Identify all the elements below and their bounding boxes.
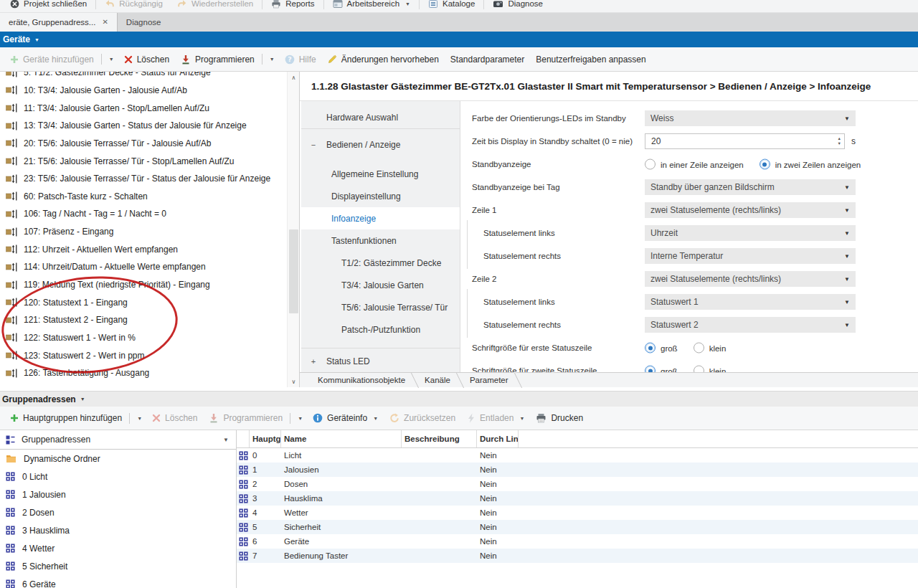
param-dropdown[interactable]: Statuswert 1▼	[645, 294, 856, 310]
group-address-item[interactable]: 0 Licht	[0, 468, 236, 485]
reports-button[interactable]: Reports	[264, 0, 321, 13]
comm-object-item[interactable]: 123: Statuswert 2 - Wert in ppm	[0, 346, 287, 364]
geräteinfo-button[interactable]: Geräteinfo▼	[307, 409, 384, 427]
expander-icon[interactable]: −	[309, 141, 318, 149]
comm-object-item[interactable]: 112: Uhrzeit - Aktuellen Wert empfangen	[0, 240, 287, 258]
table-row[interactable]: 7Bedienung TasterNein	[237, 549, 918, 563]
entladen-button[interactable]: Entladen▼	[461, 409, 530, 427]
radio-option[interactable]: in einer Zeile anzeigen	[645, 159, 744, 170]
radio-option[interactable]: klein	[694, 343, 727, 354]
comm-object-item[interactable]: 60: Patsch-Taste kurz - Schalten	[0, 187, 287, 205]
bottom-tab-parameter[interactable]: Parameter	[460, 376, 518, 384]
comm-object-item[interactable]: 126: Tastenbetätigung - Ausgang	[0, 364, 287, 382]
hilfe-button[interactable]: ?Hilfe	[279, 50, 322, 69]
group-address-item[interactable]: 6 Geräte	[0, 575, 236, 588]
group-address-item[interactable]: 5 Sicherheit	[0, 557, 236, 575]
table-header-beschreibung[interactable]: Beschreibung	[402, 430, 477, 447]
table-row[interactable]: 3HausklimaNein	[237, 491, 918, 506]
radio-circle[interactable]	[760, 159, 770, 170]
radio-circle[interactable]	[694, 343, 704, 354]
table-row[interactable]: 5SicherheitNein	[237, 520, 918, 534]
group-address-item[interactable]: 4 Wetter	[0, 539, 236, 557]
änderungen-hervorheben-button[interactable]: Änderungen hervorheben	[322, 50, 445, 69]
programmieren-button[interactable]: Programmieren	[203, 409, 288, 427]
table-header-durch-lini[interactable]: Durch Lini	[477, 430, 519, 447]
table-row[interactable]: 1JalousienNein	[237, 463, 918, 477]
param-dropdown[interactable]: Weiss▼	[645, 110, 856, 126]
arbeitsbereich-button[interactable]: Arbeitsbereich▼	[326, 0, 417, 13]
table-row[interactable]: 6GeräteNein	[237, 534, 918, 549]
tab-eräte-gruppenadress[interactable]: eräte, Gruppenadress...✕	[0, 13, 118, 32]
tree-scrollbar[interactable]: ∧ ∨	[287, 72, 299, 387]
nav-item-allgemeine-einstellung[interactable]: Allgemeine Einstellung	[301, 163, 460, 185]
scrollbar-up-arrow[interactable]: ∧	[288, 72, 300, 83]
nav-item-t1-2-gästezimmer-decke[interactable]: T1/2: Gästezimmer Decke	[301, 252, 460, 274]
löschen-button[interactable]: Löschen	[118, 50, 175, 69]
comm-object-item[interactable]: 21: T5/6: Jalousie Terrasse/ Tür - Stop/…	[0, 152, 287, 170]
projekt-schließen-button[interactable]: Projekt schließen	[3, 0, 94, 13]
comm-object-item[interactable]: 11: T3/4: Jalousie Garten - Stop/Lamelle…	[0, 99, 287, 117]
spinner-arrows[interactable]: ▲▼	[838, 137, 841, 146]
comm-object-item[interactable]: 5: T1/2: Gästezimmer Decke - Status für …	[0, 72, 287, 82]
zurücksetzen-button[interactable]: Zurücksetzen	[384, 409, 461, 427]
bottom-tab-kommunikationsobjekte[interactable]: Kommunikationsobjekte	[308, 376, 415, 384]
nav-item-t3-4-jalousie-garten[interactable]: T3/4: Jalousie Garten	[301, 274, 460, 296]
diagnose-button[interactable]: Diagnose	[486, 0, 550, 13]
comm-object-item[interactable]: 106: Tag / Nacht - Tag = 1 / Nacht = 0	[0, 205, 287, 223]
programmieren-dropdown-button[interactable]: ▼	[292, 409, 307, 427]
nav-item-bedienen-anzeige[interactable]: −Bedienen / Anzeige	[301, 133, 460, 156]
radio-option[interactable]: in zwei Zeilen anzeigen	[760, 159, 861, 170]
nav-item-infoanzeige[interactable]: Infoanzeige	[301, 207, 460, 229]
param-dropdown[interactable]: Uhrzeit▼	[645, 225, 856, 241]
nav-item-t5-6-jalousie-terrasse-tür[interactable]: T5/6: Jalousie Terrasse/ Tür	[301, 296, 460, 318]
comm-object-item[interactable]: 119: Meldung Text (niedrigste Priorität)…	[0, 276, 287, 294]
comm-object-item[interactable]: 10: T3/4: Jalousie Garten - Jalousie Auf…	[0, 82, 287, 100]
scrollbar-down-arrow[interactable]: ∨	[288, 376, 300, 387]
comm-object-item[interactable]: 20: T5/6: Jalousie Terrasse/ Tür - Jalou…	[0, 135, 287, 153]
nav-item-patsch-putzfunktion[interactable]: Patsch-/Putzfunktion	[301, 318, 460, 341]
param-dropdown[interactable]: Interne Temperatur▼	[645, 248, 856, 264]
comm-object-item[interactable]: 107: Präsenz - Eingang	[0, 223, 287, 241]
rückgängig-button[interactable]: Rückgängig	[98, 0, 170, 13]
radio-circle[interactable]	[645, 366, 656, 373]
radio-option[interactable]: groß	[645, 343, 678, 354]
param-spinner[interactable]: 20▲▼	[645, 133, 845, 149]
group-address-item[interactable]: Dynamische Ordner	[0, 450, 236, 468]
group-address-item[interactable]: 1 Jalousien	[0, 485, 236, 503]
radio-circle[interactable]	[694, 366, 704, 373]
group-address-item[interactable]: 2 Dosen	[0, 503, 236, 521]
group-addresses-selector[interactable]: Gruppenadressen ▼	[0, 430, 236, 450]
tab-diagnose[interactable]: Diagnose	[118, 13, 170, 32]
param-dropdown[interactable]: Statuswert 2▼	[645, 317, 856, 333]
radio-option[interactable]: klein	[694, 366, 727, 373]
kataloge-button[interactable]: Kataloge	[421, 0, 482, 13]
wiederherstellen-button[interactable]: Wiederherstellen	[170, 0, 260, 13]
expander-icon[interactable]: +	[309, 357, 318, 366]
geräte-hinzufügen-button[interactable]: Geräte hinzufügen	[4, 50, 100, 69]
programmieren-button[interactable]: Programmieren	[175, 50, 260, 69]
radio-circle[interactable]	[645, 343, 656, 354]
comm-object-item[interactable]: 114: Uhrzeit/Datum - Aktuelle Werte empf…	[0, 258, 287, 276]
comm-object-item[interactable]: 121: Statustext 2 - Eingang	[0, 311, 287, 329]
hauptgruppen-hinzufügen-button[interactable]: Hauptgruppen hinzufügen	[4, 409, 128, 427]
comm-object-item[interactable]: 122: Statuswert 1 - Wert in %	[0, 329, 287, 347]
radio-circle[interactable]	[645, 159, 656, 170]
tab-close-icon[interactable]: ✕	[102, 19, 108, 26]
group-address-item[interactable]: 3 Hausklima	[0, 521, 236, 539]
radio-option[interactable]: groß	[645, 366, 678, 373]
geräte-hinzufügen-dropdown-button[interactable]: ▼	[103, 50, 118, 69]
hauptgruppen-hinzufügen-dropdown-button[interactable]: ▼	[131, 409, 146, 427]
bottom-tab-kanäle[interactable]: Kanäle	[415, 376, 460, 384]
param-dropdown[interactable]: Standby über ganzen Bildschirm▼	[645, 179, 856, 195]
programmieren-dropdown-button[interactable]: ▼	[264, 50, 279, 69]
comm-object-item[interactable]: 120: Statustext 1 - Eingang	[0, 293, 287, 311]
param-dropdown[interactable]: zwei Statuselemente (rechts/links)▼	[645, 271, 856, 287]
devices-panel-header[interactable]: Geräte ▼	[0, 32, 918, 47]
nav-item-displayeinstellung[interactable]: Displayeinstellung	[301, 185, 460, 207]
param-dropdown[interactable]: zwei Statuselemente (rechts/links)▼	[645, 202, 856, 218]
nav-item-status-led[interactable]: +Status LED	[301, 350, 460, 372]
table-header-name[interactable]: Name	[281, 430, 402, 447]
comm-object-item[interactable]: 23: T5/6: Jalousie Terrasse/ Tür - Statu…	[0, 170, 287, 188]
scrollbar-thumb[interactable]	[289, 229, 298, 313]
drucken-button[interactable]: Drucken	[530, 409, 589, 427]
